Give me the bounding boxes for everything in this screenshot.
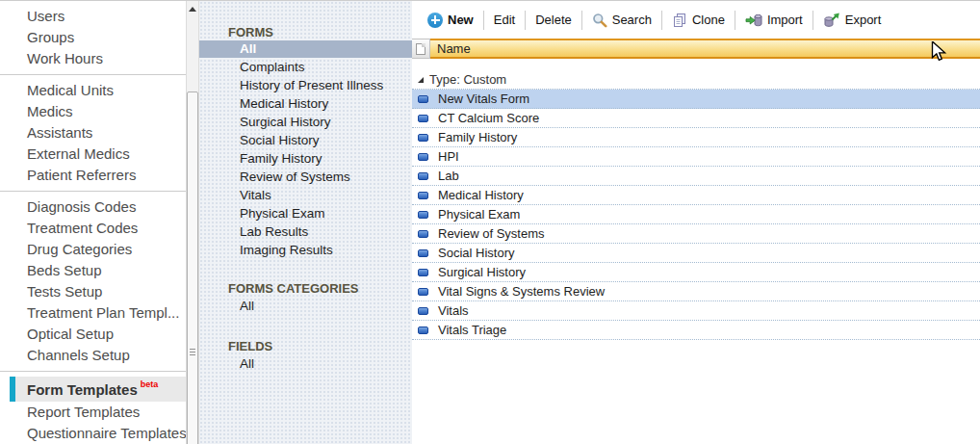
- grid-row[interactable]: Vitals: [412, 301, 980, 321]
- magnifier-icon: [592, 13, 607, 28]
- sidebar-item-tests-setup[interactable]: Tests Setup: [0, 281, 186, 302]
- clone-button[interactable]: Clone: [665, 10, 732, 31]
- grid-row[interactable]: Surgical History: [412, 263, 980, 282]
- grid-row[interactable]: Vital Signs & Systems Review: [412, 282, 980, 301]
- sidebar-item-report-templates[interactable]: Report Templates: [0, 402, 186, 423]
- delete-button-label: Delete: [535, 13, 572, 27]
- toolbar-separator: [812, 11, 813, 30]
- grid-row-label: Review of Systems: [438, 226, 545, 241]
- forms-item-complaints[interactable]: Complaints: [199, 58, 412, 76]
- new-button-label: New: [448, 13, 474, 27]
- grid-row[interactable]: Vitals Triage: [412, 321, 980, 340]
- export-button[interactable]: Export: [816, 10, 889, 31]
- name-column-header[interactable]: Name: [430, 39, 980, 59]
- form-icon: [418, 95, 428, 103]
- form-icon: [418, 326, 428, 334]
- grid-row-label: Physical Exam: [438, 207, 520, 222]
- fields-section-header[interactable]: FIELDS: [199, 340, 412, 353]
- form-icon: [418, 230, 428, 238]
- forms-item-family-history[interactable]: Family History: [199, 149, 412, 168]
- clone-button-label: Clone: [692, 13, 725, 27]
- forms-item-physical-exam[interactable]: Physical Exam: [199, 204, 412, 222]
- forms-item-all-selected[interactable]: All: [199, 40, 412, 58]
- grid-row-label: CT Calcium Score: [438, 111, 539, 125]
- toolbar-separator: [581, 11, 582, 30]
- main-content: New Edit Delete Search: [412, 1, 980, 444]
- sidebar-item-beds-setup[interactable]: Beds Setup: [0, 260, 186, 281]
- sidebar-divider: [0, 371, 186, 372]
- grid-row[interactable]: Physical Exam: [412, 205, 980, 224]
- group-header-type-custom[interactable]: Type: Custom: [412, 70, 980, 90]
- grid-row-label: Lab: [438, 169, 459, 183]
- document-icon: [416, 43, 426, 55]
- edit-button-label: Edit: [494, 13, 515, 27]
- forms-section-header[interactable]: FORMS: [199, 26, 412, 39]
- sidebar-item-treatment-codes[interactable]: Treatment Codes: [0, 218, 186, 239]
- grid-row[interactable]: HPI: [412, 147, 980, 167]
- admin-sidebar: Users Groups Work Hours Medical Units Me…: [0, 1, 186, 444]
- forms-categories-section-header[interactable]: FORMS CATEGORIES: [199, 282, 412, 296]
- forms-item-vitals[interactable]: Vitals: [199, 186, 412, 204]
- sidebar-item-external-medics[interactable]: External Medics: [0, 144, 186, 165]
- sidebar-item-treatment-plan-templates[interactable]: Treatment Plan Templ...: [0, 302, 186, 324]
- form-icon: [418, 115, 428, 122]
- sidebar-item-work-hours[interactable]: Work Hours: [0, 48, 186, 69]
- grid-row-label: Social History: [438, 246, 514, 260]
- sidebar-item-diagnosis-codes[interactable]: Diagnosis Codes: [0, 196, 186, 218]
- forms-categories-item-all[interactable]: All: [199, 297, 412, 315]
- grid-row-label: HPI: [438, 149, 459, 164]
- name-column-header-label: Name: [437, 41, 471, 56]
- grid-row-label: Family History: [438, 130, 517, 144]
- grid-row[interactable]: Lab: [412, 167, 980, 186]
- toolbar-separator: [661, 11, 662, 30]
- forms-item-lab-results[interactable]: Lab Results: [199, 222, 412, 241]
- sidebar-item-questionnaire-templates[interactable]: Questionnaire Templates: [0, 423, 186, 444]
- grid-column-headers: Name: [412, 39, 980, 59]
- fields-item-all[interactable]: All: [199, 354, 412, 373]
- sidebar-item-drug-categories[interactable]: Drug Categories: [0, 239, 186, 260]
- form-icon: [418, 134, 428, 142]
- icon-column-header[interactable]: [412, 39, 430, 59]
- sidebar-item-medics[interactable]: Medics: [0, 101, 186, 122]
- beta-badge: beta: [141, 379, 159, 389]
- toolbar-separator: [483, 11, 484, 30]
- grid-row[interactable]: Medical History: [412, 186, 980, 205]
- grid-row-selected[interactable]: New Vitals Form: [412, 90, 980, 109]
- import-button[interactable]: Import: [738, 10, 810, 31]
- sidebar-item-optical-setup[interactable]: Optical Setup: [0, 324, 186, 345]
- sidebar-item-form-templates-active[interactable]: Form Templates beta: [10, 377, 186, 402]
- grid-row[interactable]: Review of Systems: [412, 224, 980, 244]
- forms-item-review-of-systems[interactable]: Review of Systems: [199, 168, 412, 186]
- toolbar-separator: [735, 11, 735, 30]
- sidebar-item-groups[interactable]: Groups: [0, 27, 186, 48]
- grid-row-label: Surgical History: [438, 265, 526, 279]
- scrollbar-thumb[interactable]: [187, 91, 198, 444]
- sidebar-item-channels-setup[interactable]: Channels Setup: [0, 345, 186, 366]
- forms-item-imaging-results[interactable]: Imaging Results: [199, 241, 412, 259]
- sidebar-item-medical-units[interactable]: Medical Units: [0, 80, 186, 101]
- sidebar-item-assistants[interactable]: Assistants: [0, 122, 186, 144]
- edit-button[interactable]: Edit: [487, 10, 522, 30]
- app-window: Users Groups Work Hours Medical Units Me…: [0, 0, 980, 444]
- import-button-label: Import: [767, 13, 803, 27]
- grid-row[interactable]: Family History: [412, 128, 980, 147]
- grid-row[interactable]: CT Calcium Score: [412, 109, 980, 128]
- new-button[interactable]: New: [421, 10, 480, 31]
- sidebar-scrollbar[interactable]: [186, 1, 199, 444]
- delete-button[interactable]: Delete: [529, 10, 579, 30]
- forms-item-surgical-history[interactable]: Surgical History: [199, 113, 412, 131]
- scrollbar-grip-icon: [190, 349, 195, 357]
- grid-row[interactable]: Social History: [412, 244, 980, 263]
- search-button[interactable]: Search: [585, 10, 658, 31]
- forms-item-medical-history[interactable]: Medical History: [199, 94, 412, 113]
- scroll-up-arrow-icon[interactable]: [187, 1, 198, 16]
- form-icon: [418, 172, 428, 180]
- copy-document-icon: [672, 13, 687, 28]
- search-button-label: Search: [612, 13, 652, 27]
- forms-item-social-history[interactable]: Social History: [199, 131, 412, 149]
- sidebar-item-patient-referrers[interactable]: Patient Referrers: [0, 165, 186, 186]
- sidebar-divider: [0, 191, 186, 192]
- forms-item-history-of-present-illness[interactable]: History of Present Illness: [199, 76, 412, 94]
- grid-row-label: Vitals Triage: [438, 323, 506, 337]
- sidebar-item-users[interactable]: Users: [0, 6, 186, 27]
